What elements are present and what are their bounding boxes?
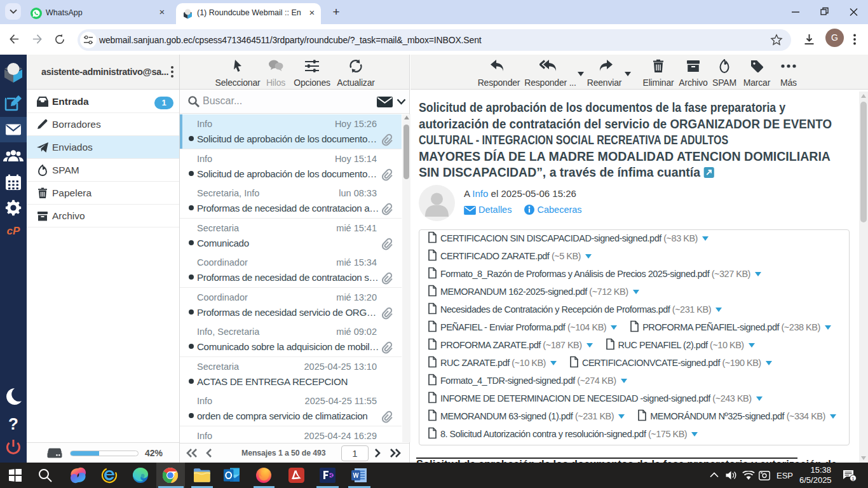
svg-text:1: 1: [851, 476, 855, 482]
